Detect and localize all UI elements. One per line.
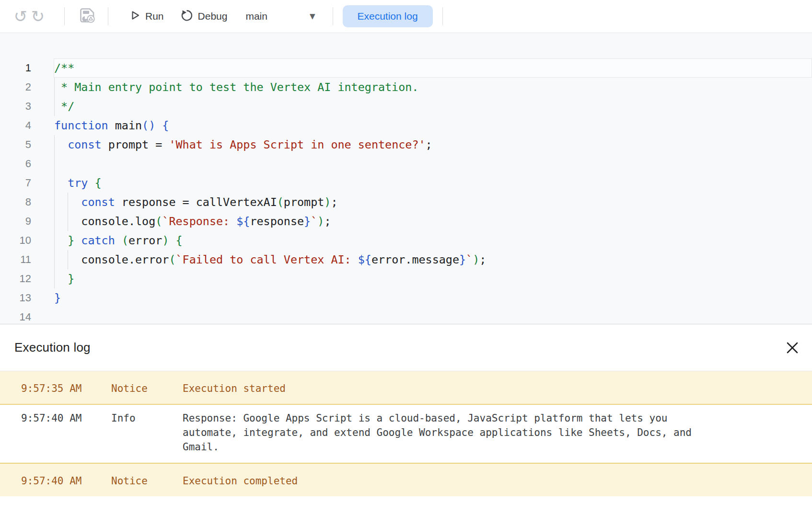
code-line[interactable]: 13} bbox=[0, 288, 812, 308]
line-number[interactable]: 10 bbox=[0, 231, 31, 250]
line-number[interactable]: 14 bbox=[0, 308, 31, 324]
code-line-text: */ bbox=[54, 97, 74, 116]
line-number[interactable]: 12 bbox=[0, 269, 31, 288]
code-token: ; bbox=[331, 195, 337, 209]
log-entry-row: 9:57:40 AMNoticeExecution completed bbox=[0, 463, 812, 496]
code-token: const bbox=[81, 195, 115, 209]
code-token: ; bbox=[324, 215, 331, 228]
line-number[interactable]: 9 bbox=[0, 212, 31, 231]
code-line-text: * Main entry point to test the Vertex AI… bbox=[54, 78, 418, 97]
run-button[interactable]: Run bbox=[129, 10, 164, 23]
debug-label: Debug bbox=[198, 11, 228, 22]
code-line[interactable]: 4function main() { bbox=[0, 116, 812, 135]
code-token: ( bbox=[169, 253, 175, 266]
code-line[interactable]: 7 try { bbox=[0, 173, 812, 193]
code-line-text: console.error(`Failed to call Vertex AI:… bbox=[54, 250, 486, 269]
line-number[interactable]: 3 bbox=[0, 97, 31, 116]
code-token bbox=[54, 195, 81, 209]
code-token: prompt = bbox=[102, 138, 169, 151]
line-number[interactable]: 13 bbox=[0, 288, 31, 308]
code-line[interactable]: 5 const prompt = 'What is Apps Script in… bbox=[0, 135, 812, 154]
code-token: `Failed to call Vertex AI: bbox=[176, 253, 358, 266]
undo-button[interactable]: ↺ bbox=[13, 7, 28, 26]
code-token: } bbox=[68, 272, 74, 286]
code-token: ) bbox=[324, 195, 331, 209]
redo-button[interactable]: ↻ bbox=[31, 7, 45, 26]
code-line[interactable]: 1/** bbox=[0, 58, 812, 78]
code-token: const bbox=[68, 138, 101, 151]
log-message-line: automate, integrate, and extend Google W… bbox=[183, 425, 812, 440]
code-token: function bbox=[54, 119, 108, 132]
code-token: } bbox=[304, 215, 311, 228]
code-token: { bbox=[95, 176, 102, 190]
log-entry-row: 9:57:40 AMInfoResponse: Google Apps Scri… bbox=[0, 405, 812, 463]
code-token: () bbox=[142, 119, 155, 132]
debug-icon bbox=[180, 9, 194, 24]
code-token: ${ bbox=[358, 253, 371, 266]
line-number[interactable]: 1 bbox=[0, 58, 31, 78]
code-token: ) bbox=[473, 253, 479, 266]
redo-icon: ↻ bbox=[31, 7, 45, 25]
log-entry-row: 9:57:35 AMNoticeExecution started bbox=[0, 371, 812, 405]
code-line-text: console.log(`Response: ${response}`); bbox=[54, 212, 331, 231]
code-token: prompt bbox=[284, 195, 325, 209]
code-token: ) bbox=[317, 215, 324, 228]
line-number[interactable]: 6 bbox=[0, 154, 31, 173]
code-line-text: const prompt = 'What is Apps Script in o… bbox=[54, 135, 432, 154]
code-token: response = callVertexAI bbox=[115, 195, 277, 209]
line-number[interactable]: 2 bbox=[0, 78, 31, 97]
line-number[interactable]: 5 bbox=[0, 135, 31, 154]
code-line[interactable]: 9 console.log(`Response: ${response}`); bbox=[0, 212, 812, 231]
log-message-line: Execution started bbox=[183, 381, 812, 396]
save-button[interactable] bbox=[78, 6, 97, 27]
code-editor[interactable]: 1/**2 * Main entry point to test the Ver… bbox=[0, 33, 812, 324]
code-line[interactable]: 12 } bbox=[0, 269, 812, 288]
code-token: main bbox=[108, 119, 142, 132]
code-token bbox=[54, 138, 68, 151]
toolbar-divider bbox=[64, 7, 65, 25]
execution-log-title: Execution log bbox=[14, 340, 91, 355]
code-token: } bbox=[54, 291, 61, 305]
chevron-down-icon: ▼ bbox=[310, 12, 315, 21]
function-selector-value: main bbox=[245, 11, 267, 22]
code-token: { bbox=[176, 234, 183, 247]
line-number[interactable]: 7 bbox=[0, 173, 31, 193]
code-line[interactable]: 6 bbox=[0, 154, 812, 173]
code-line[interactable]: 11 console.error(`Failed to call Vertex … bbox=[0, 250, 812, 269]
line-number[interactable]: 4 bbox=[0, 116, 31, 135]
code-line[interactable]: 8 const response = callVertexAI(prompt); bbox=[0, 193, 812, 212]
code-line[interactable]: 3 */ bbox=[0, 97, 812, 116]
execution-log-button[interactable]: Execution log bbox=[343, 5, 433, 27]
code-token: * Main entry point to test the Vertex AI… bbox=[54, 80, 418, 94]
function-selector-dropdown[interactable]: main ▼ bbox=[245, 11, 315, 22]
code-token: } bbox=[459, 253, 466, 266]
line-number[interactable]: 11 bbox=[0, 250, 31, 269]
code-line[interactable]: 2 * Main entry point to test the Vertex … bbox=[0, 78, 812, 97]
code-line[interactable]: 10 } catch (error) { bbox=[0, 231, 812, 250]
log-level: Info bbox=[111, 411, 183, 454]
close-icon bbox=[786, 341, 799, 354]
close-execution-log-button[interactable] bbox=[784, 340, 800, 356]
code-token: ( bbox=[155, 215, 162, 228]
code-token: 'What is Apps Script in one sentence?' bbox=[169, 138, 425, 151]
code-token: response bbox=[250, 215, 304, 228]
run-label: Run bbox=[145, 11, 164, 22]
code-line-text: /** bbox=[54, 58, 74, 78]
toolbar-divider bbox=[442, 7, 443, 25]
log-message-line: Response: Google Apps Script is a cloud-… bbox=[183, 411, 812, 425]
code-line[interactable]: 14 bbox=[0, 308, 812, 324]
code-token: */ bbox=[54, 100, 74, 113]
log-message: Execution started bbox=[183, 381, 812, 396]
code-token: catch bbox=[81, 234, 115, 247]
code-token bbox=[88, 176, 94, 190]
code-line-text: function main() { bbox=[54, 116, 169, 135]
code-line-text: } bbox=[54, 288, 61, 308]
line-number[interactable]: 8 bbox=[0, 193, 31, 212]
execution-log-header: Execution log bbox=[0, 324, 812, 371]
debug-button[interactable]: Debug bbox=[180, 9, 228, 24]
toolbar: ↺ ↻ Run D bbox=[0, 0, 812, 33]
log-message: Response: Google Apps Script is a cloud-… bbox=[183, 411, 812, 454]
code-line-text: try { bbox=[54, 173, 102, 193]
code-token bbox=[155, 119, 162, 132]
code-token: console.error bbox=[54, 253, 169, 266]
